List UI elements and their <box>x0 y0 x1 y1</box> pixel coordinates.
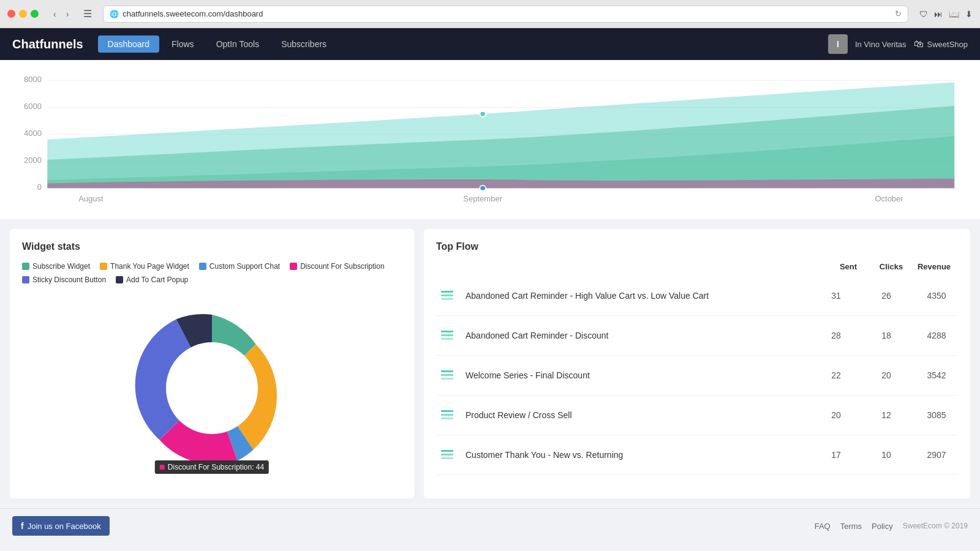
terms-link[interactable]: Terms <box>840 522 862 531</box>
flow-icon-1 <box>436 324 458 347</box>
flow-name-4: Customer Thank You - New vs. Returning <box>466 450 807 460</box>
col-header-revenue: Revenue <box>913 262 956 271</box>
flow-icon-3 <box>436 404 458 426</box>
flow-name-1: Abandoned Cart Reminder - Discount <box>466 331 807 340</box>
avatar: I <box>828 34 848 54</box>
reload-button[interactable]: ↻ <box>895 9 902 18</box>
url-text: chatfunnels.sweetecom.com/dashboard <box>123 9 263 18</box>
legend-dot-subscribe <box>22 263 29 270</box>
svg-rect-19 <box>441 331 453 332</box>
svg-point-10 <box>480 111 485 117</box>
donut-chart: Discount For Subscription: 44 <box>114 290 310 486</box>
facebook-button[interactable]: f Join us on Facebook <box>12 516 110 536</box>
top-flow-title: Top Flow <box>436 241 958 252</box>
svg-rect-26 <box>441 414 453 416</box>
legend-item-support: Custom Support Chat <box>199 262 280 271</box>
flow-clicks-3: 12 <box>865 410 908 420</box>
flow-sent-1: 28 <box>815 331 858 340</box>
layers-icon <box>439 407 456 424</box>
browser-extension-buttons: 🛡 ⏭ 📖 ⬇ <box>919 9 973 19</box>
legend-label-support: Custom Support Chat <box>209 262 280 271</box>
flow-clicks-0: 26 <box>865 291 908 301</box>
svg-rect-25 <box>441 410 453 412</box>
store-badge[interactable]: 🛍 SweetShop <box>914 39 968 50</box>
svg-rect-22 <box>441 370 453 372</box>
ext-book-button[interactable]: 📖 <box>949 9 959 19</box>
donut-chart-svg <box>114 290 310 486</box>
ext-play-button[interactable]: ⏭ <box>934 9 943 19</box>
ext-shield-button[interactable]: 🛡 <box>919 9 928 19</box>
svg-rect-23 <box>441 374 453 376</box>
svg-rect-16 <box>441 291 453 293</box>
legend-dot-addtocart <box>116 276 123 283</box>
donut-tooltip: Discount For Subscription: 44 <box>155 460 269 474</box>
legend-item-addtocart: Add To Cart Popup <box>116 276 188 284</box>
flow-revenue-1: 4288 <box>915 331 958 340</box>
svg-rect-30 <box>441 457 453 459</box>
flow-sent-4: 17 <box>815 450 858 460</box>
legend-label-thankyou: Thank You Page Widget <box>110 262 189 271</box>
traffic-lights <box>7 10 39 18</box>
tooltip-label: Discount For Subscription: 44 <box>168 463 264 471</box>
cart-icon: 🛍 <box>914 39 924 50</box>
flow-row: Abandoned Cart Reminder - High Value Car… <box>436 276 958 316</box>
layers-icon <box>439 367 456 384</box>
flow-sent-0: 31 <box>815 291 858 301</box>
flow-revenue-2: 3542 <box>915 370 958 380</box>
svg-text:2000: 2000 <box>24 157 42 165</box>
footer-links: FAQ Terms Policy SweetEcom © 2019 <box>815 522 968 531</box>
widget-stats-panel: Widget stats Subscribe Widget Thank You … <box>10 229 414 498</box>
svg-rect-24 <box>441 378 453 380</box>
flow-row: Welcome Series - Final Discount 22 20 35… <box>436 356 958 395</box>
svg-point-15 <box>166 342 258 434</box>
address-bar[interactable]: 🌐 chatfunnels.sweetecom.com/dashboard ↻ <box>103 6 908 23</box>
flow-revenue-0: 4350 <box>915 291 958 301</box>
flow-row: Customer Thank You - New vs. Returning 1… <box>436 435 958 475</box>
browser-nav: ‹ › <box>50 8 72 20</box>
legend-label-sticky: Sticky Discount Button <box>32 276 106 284</box>
minimize-button[interactable] <box>19 10 27 18</box>
flow-clicks-4: 10 <box>865 450 908 460</box>
flow-table-header: Sent Clicks Revenue <box>436 262 958 271</box>
area-chart: 8000 6000 4000 2000 0 August Septe <box>18 72 962 207</box>
forward-button[interactable]: › <box>62 8 73 20</box>
svg-rect-20 <box>441 334 453 336</box>
flow-row: Product Review / Cross Sell 20 12 3085 <box>436 395 958 435</box>
widget-stats-title: Widget stats <box>22 241 402 252</box>
flow-revenue-3: 3085 <box>915 410 958 420</box>
legend-dot-thankyou <box>100 263 107 270</box>
bottom-panels: Widget stats Subscribe Widget Thank You … <box>0 219 980 508</box>
svg-text:8000: 8000 <box>24 76 42 84</box>
close-button[interactable] <box>7 10 15 18</box>
nav-optin-tools[interactable]: OptIn Tools <box>206 36 270 53</box>
nav-dashboard[interactable]: Dashboard <box>98 36 160 53</box>
svg-text:September: September <box>463 195 502 203</box>
flow-name-0: Abandoned Cart Reminder - High Value Car… <box>466 291 807 301</box>
nav-flows[interactable]: Flows <box>162 36 204 53</box>
ext-download-button[interactable]: ⬇ <box>965 9 973 19</box>
svg-rect-21 <box>441 338 453 340</box>
svg-rect-18 <box>441 298 453 300</box>
store-name: SweetShop <box>927 40 968 49</box>
col-header-sent: Sent <box>827 262 870 271</box>
tooltip-dot <box>160 465 165 470</box>
user-name: In Vino Veritas <box>855 40 907 49</box>
app-logo: Chatfunnels <box>12 37 83 51</box>
flow-icon-2 <box>436 364 458 386</box>
nav-subscribers[interactable]: Subscribers <box>271 36 336 53</box>
flow-name-3: Product Review / Cross Sell <box>466 410 807 420</box>
app-navbar: Chatfunnels Dashboard Flows OptIn Tools … <box>0 28 980 60</box>
legend-dot-support <box>199 263 206 270</box>
legend-label-subscribe: Subscribe Widget <box>32 262 90 271</box>
globe-icon: 🌐 <box>110 10 119 18</box>
svg-text:0: 0 <box>37 184 42 192</box>
legend-item-subscribe: Subscribe Widget <box>22 262 90 271</box>
facebook-label: Join us on Facebook <box>28 522 101 531</box>
faq-link[interactable]: FAQ <box>815 522 831 531</box>
layers-icon <box>439 287 456 304</box>
legend-item-thankyou: Thank You Page Widget <box>100 262 189 271</box>
policy-link[interactable]: Policy <box>872 522 893 531</box>
fullscreen-button[interactable] <box>31 10 39 18</box>
sidebar-toggle-button[interactable]: ☰ <box>78 7 97 21</box>
back-button[interactable]: ‹ <box>50 8 60 20</box>
